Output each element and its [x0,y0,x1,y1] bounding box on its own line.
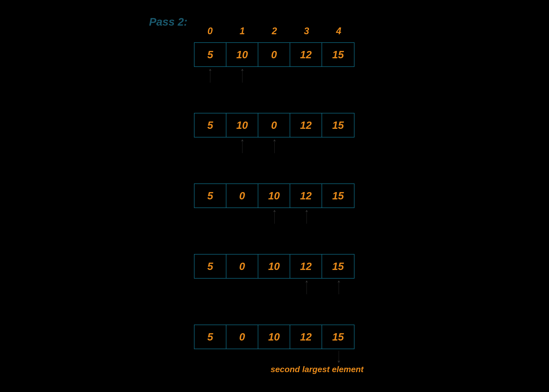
array-cell: 12 [290,113,322,137]
array-row: 5 0 10 12 15 [194,254,354,279]
arrow-down-icon [337,350,341,363]
index-label: 0 [194,26,226,37]
array-cell: 5 [195,325,226,349]
array-cell: 10 [226,113,258,137]
arrow-up-icon [305,279,308,295]
array-row: 5 10 0 12 15 [194,42,354,67]
array-cell: 0 [258,113,290,137]
arrow-up-icon [305,209,308,224]
array-cell: 5 [195,255,226,278]
array-cell: 5 [195,184,226,207]
array-cell: 5 [195,113,226,137]
array-cell: 10 [258,255,290,278]
index-label: 2 [258,26,290,37]
index-row: 0 1 2 3 4 [194,26,355,37]
array-cell: 12 [290,255,322,278]
array-cell: 10 [258,184,290,207]
array-cell: 15 [322,113,354,137]
array-cell: 0 [226,184,258,207]
arrow-up-icon [273,209,276,224]
array-cell: 15 [322,255,354,278]
index-label: 3 [290,26,323,37]
arrow-up-icon [273,138,276,154]
array-cell: 5 [195,43,226,66]
array-cell: 0 [226,255,258,278]
array-row: 5 0 10 12 15 [194,183,354,208]
compare-arrows [194,138,355,154]
array-row: 5 0 10 12 15 [194,325,354,349]
array-cell: 10 [226,43,258,66]
compare-arrows [194,209,355,224]
pass-title: Pass 2: [149,16,187,28]
array-cell: 15 [322,325,354,349]
array-cell: 0 [226,325,258,349]
arrow-up-icon [337,279,341,295]
array-row: 5 10 0 12 15 [194,113,354,137]
annotation-second-largest: second largest element [271,365,364,374]
array-cell: 10 [258,325,290,349]
array-cell: 12 [290,184,322,207]
index-label: 1 [226,26,258,37]
array-cell: 12 [290,43,322,66]
compare-arrows [194,67,355,83]
array-cell: 15 [322,184,354,207]
array-cell: 15 [322,43,354,66]
index-label: 4 [323,26,355,37]
array-cell: 0 [258,43,290,66]
compare-arrows [194,279,355,295]
array-cell: 12 [290,325,322,349]
arrow-up-icon [241,138,244,154]
arrow-up-icon [208,67,212,83]
arrow-up-icon [241,67,244,83]
